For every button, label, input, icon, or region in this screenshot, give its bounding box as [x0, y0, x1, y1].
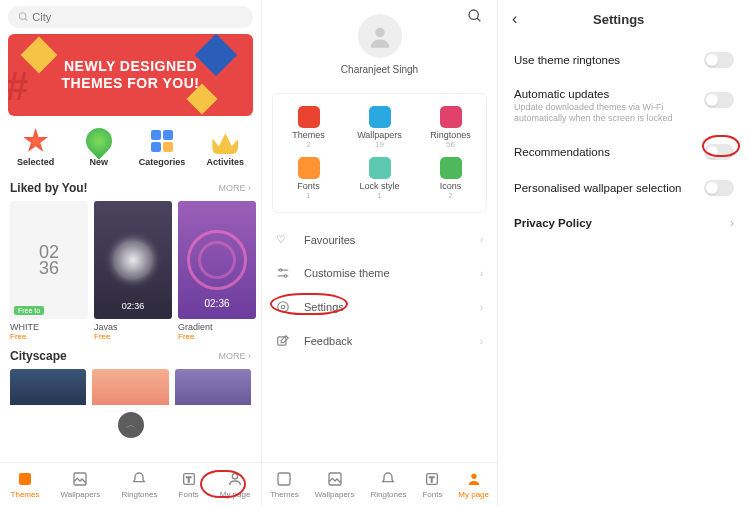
themes-icon	[298, 106, 320, 128]
search-button[interactable]	[467, 8, 483, 26]
chevron-right-icon: ›	[730, 216, 734, 230]
svg-point-13	[284, 275, 286, 277]
menu-list: ♡Favourites› Customise theme› Settings› …	[262, 223, 497, 358]
toggle-switch[interactable]	[704, 180, 734, 196]
chevron-right-icon: ›	[480, 302, 483, 313]
themes-home-panel: # NEWLY DESIGNEDTHEMES FOR YOU! Selected…	[0, 0, 262, 506]
my-ringtones[interactable]: Ringtones56	[415, 102, 486, 153]
liked-thumbs: 0236Free to WHITE Free 02:36 Javas Free …	[10, 201, 251, 341]
theme-card[interactable]: 02:36 Gradient Free	[178, 201, 256, 341]
svg-point-15	[278, 302, 289, 313]
svg-point-9	[375, 28, 384, 37]
grid-icon	[149, 128, 175, 154]
chevron-right-icon: ›	[480, 336, 483, 347]
settings-panel: ‹ Settings Use theme ringtones Automatic…	[498, 0, 750, 506]
sliders-icon	[276, 266, 292, 280]
nav-themes[interactable]: Themes	[11, 470, 40, 499]
chevron-right-icon: ›	[480, 234, 483, 245]
icons-icon	[440, 157, 462, 179]
city-more[interactable]: MORE ›	[219, 351, 252, 361]
wallpapers-icon	[369, 106, 391, 128]
ringtones-icon	[440, 106, 462, 128]
bottom-nav: Themes Wallpapers Ringtones TFonts My pa…	[262, 462, 497, 506]
scroll-top-button[interactable]: ︿	[118, 412, 144, 438]
setting-theme-ringtones[interactable]: Use theme ringtones	[498, 42, 750, 78]
svg-line-1	[25, 18, 27, 20]
menu-settings[interactable]: Settings›	[262, 290, 497, 324]
theme-card[interactable]	[10, 369, 86, 405]
svg-point-0	[19, 13, 26, 20]
svg-point-11	[280, 269, 282, 271]
setting-auto-updates[interactable]: Automatic updates Update downloaded them…	[498, 78, 750, 134]
lock-icon	[369, 157, 391, 179]
nav-fonts[interactable]: TFonts	[422, 470, 442, 499]
edit-icon	[276, 334, 292, 348]
avatar[interactable]	[358, 14, 402, 58]
promo-banner[interactable]: # NEWLY DESIGNEDTHEMES FOR YOU!	[8, 34, 253, 116]
quick-links: Selected New Categories Activites	[0, 122, 261, 175]
svg-point-14	[281, 305, 285, 309]
nav-fonts[interactable]: TFonts	[179, 470, 199, 499]
fonts-icon: T	[423, 470, 441, 488]
nav-wallpapers[interactable]: Wallpapers	[315, 470, 355, 499]
search-icon	[18, 11, 29, 23]
ringtones-icon	[130, 470, 148, 488]
search-bar[interactable]	[8, 6, 253, 28]
search-input[interactable]	[32, 11, 243, 23]
setting-privacy-policy[interactable]: Privacy Policy ›	[498, 206, 750, 240]
my-themes[interactable]: Themes2	[273, 102, 344, 153]
username: Charanjeet Singh	[262, 64, 497, 75]
svg-text:T: T	[186, 475, 191, 484]
person-icon	[226, 470, 244, 488]
toggle-switch[interactable]	[704, 52, 734, 68]
heart-icon: ♡	[276, 233, 292, 246]
theme-card[interactable]	[92, 369, 168, 405]
nav-wallpapers[interactable]: Wallpapers	[61, 470, 101, 499]
city-title: Cityscape	[10, 349, 67, 363]
svg-text:T: T	[430, 475, 435, 484]
toggle-switch[interactable]	[704, 92, 734, 108]
mypage-panel: Charanjeet Singh Themes2 Wallpapers19 Ri…	[262, 0, 498, 506]
svg-point-6	[232, 474, 237, 479]
theme-card[interactable]: 0236Free to WHITE Free	[10, 201, 88, 341]
menu-customise[interactable]: Customise theme›	[262, 256, 497, 290]
my-lockstyle[interactable]: Lock style1	[344, 153, 415, 204]
person-icon	[465, 470, 483, 488]
quick-activities[interactable]: Activites	[195, 128, 255, 167]
my-items-grid: Themes2 Wallpapers19 Ringtones56 Fonts1 …	[272, 93, 487, 213]
page-title: Settings	[517, 12, 720, 27]
chevron-right-icon: ›	[480, 268, 483, 279]
star-icon	[23, 128, 49, 154]
quick-new[interactable]: New	[69, 128, 129, 167]
setting-recommendations[interactable]: Recommendations	[498, 134, 750, 170]
liked-more[interactable]: MORE ›	[219, 183, 252, 193]
nav-ringtones[interactable]: Ringtones	[370, 470, 406, 499]
my-wallpapers[interactable]: Wallpapers19	[344, 102, 415, 153]
my-fonts[interactable]: Fonts1	[273, 153, 344, 204]
svg-point-21	[471, 474, 476, 479]
bottom-nav: Themes Wallpapers Ringtones TFonts My pa…	[0, 462, 261, 506]
gear-icon	[276, 300, 292, 314]
nav-mypage[interactable]: My page	[458, 470, 489, 499]
toggle-switch[interactable]	[704, 144, 734, 160]
theme-card[interactable]: 02:36 Javas Free	[94, 201, 172, 341]
nav-ringtones[interactable]: Ringtones	[121, 470, 157, 499]
nav-themes[interactable]: Themes	[270, 470, 299, 499]
my-icons[interactable]: Icons2	[415, 153, 486, 204]
leaf-icon	[80, 123, 117, 160]
quick-categories[interactable]: Categories	[132, 128, 192, 167]
nav-mypage[interactable]: My page	[220, 470, 251, 499]
quick-selected[interactable]: Selected	[6, 128, 66, 167]
svg-rect-2	[19, 473, 31, 485]
setting-personalised-wallpaper[interactable]: Personalised wallpaper selection	[498, 170, 750, 206]
chevron-up-icon: ︿	[126, 418, 136, 432]
banner-text: NEWLY DESIGNEDTHEMES FOR YOU!	[62, 58, 200, 92]
theme-card[interactable]	[175, 369, 251, 405]
search-icon	[467, 8, 483, 24]
themes-icon	[275, 470, 293, 488]
wallpapers-icon	[326, 470, 344, 488]
menu-favourites[interactable]: ♡Favourites›	[262, 223, 497, 256]
svg-rect-17	[278, 473, 290, 485]
svg-line-8	[477, 18, 480, 21]
menu-feedback[interactable]: Feedback›	[262, 324, 497, 358]
